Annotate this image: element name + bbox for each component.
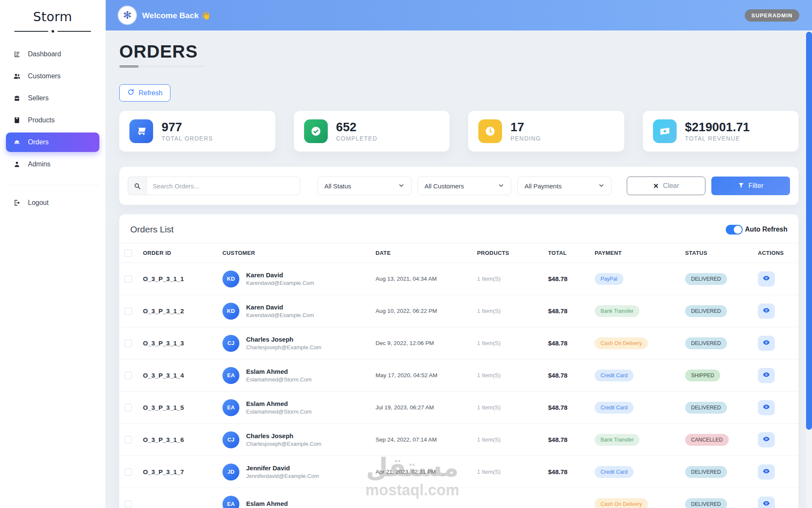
col-actions: ACTIONS — [758, 250, 793, 256]
refresh-label: Refresh — [139, 89, 162, 97]
clock-icon — [478, 119, 502, 143]
payment-badge: Credit Card — [595, 370, 634, 381]
clear-button[interactable]: ✕ Clear — [627, 177, 705, 195]
stat-value: 17 — [510, 121, 541, 134]
refresh-icon — [127, 88, 134, 97]
filter-label: Filter — [749, 182, 764, 190]
page-title: ORDERS — [119, 41, 204, 67]
customers-select[interactable]: All Customers — [417, 177, 512, 195]
sidebar-item-label: Products — [28, 116, 55, 124]
clear-label: Clear — [663, 182, 679, 190]
table-body: O_3_P_3_1_1 KD Karen David Karendavid@Ex… — [119, 263, 798, 508]
eye-icon — [763, 500, 770, 508]
sidebar-item-orders[interactable]: Orders — [6, 133, 99, 152]
check-icon — [304, 119, 328, 143]
main-content: ORDERS Refresh 977 TOTAL ORDERS 652 COMP… — [106, 30, 812, 508]
status-badge: DELIVERED — [685, 337, 727, 349]
order-id: O_3_P_3_1_3 — [143, 340, 222, 347]
payment-badge: Cash On Delivery — [595, 337, 648, 349]
payment-badge: Cash On Delivery — [595, 498, 648, 508]
view-order-button[interactable] — [758, 304, 775, 319]
order-products: 1 Item(S) — [477, 404, 548, 411]
row-checkbox[interactable] — [124, 372, 132, 379]
avatar: CJ — [222, 431, 239, 448]
eye-icon — [763, 467, 770, 476]
order-id: O_3_P_3_1_5 — [143, 404, 222, 411]
chevron-down-icon — [498, 182, 504, 190]
stat-value: 652 — [336, 121, 378, 134]
stat-card-completed: 652 COMPLETED — [294, 111, 450, 152]
status-badge: DELIVERED — [685, 273, 727, 285]
eye-icon — [763, 339, 770, 348]
refresh-button[interactable]: Refresh — [119, 84, 170, 102]
view-order-button[interactable] — [758, 432, 775, 447]
row-checkbox[interactable] — [124, 340, 132, 347]
stat-label: PENDING — [510, 135, 541, 142]
products-icon — [13, 116, 21, 124]
view-order-button[interactable] — [758, 271, 775, 287]
customer-email: Charlesjoseph@Example.Com — [246, 441, 321, 447]
scrollbar-track[interactable] — [806, 30, 812, 508]
stat-label: COMPLETED — [336, 135, 378, 142]
customer-name: Eslam Ahmed — [246, 368, 312, 375]
order-date: Sep 24, 2022, 07:14 AM — [376, 436, 477, 443]
customer-name: Karen David — [246, 271, 314, 279]
order-total: $48.78 — [548, 275, 595, 282]
order-date: May 17, 2020, 04:52 AM — [376, 372, 477, 378]
eye-icon — [763, 435, 770, 444]
table-row: O_3_P_3_1_7 JD Jennifer David Jenniferda… — [119, 456, 798, 488]
sidebar-item-sellers[interactable]: Sellers — [6, 88, 99, 108]
customers-select-value: All Customers — [425, 182, 464, 190]
row-checkbox[interactable] — [124, 436, 132, 444]
sidebar-item-admins[interactable]: Admins — [6, 155, 99, 174]
filter-button[interactable]: Filter — [711, 177, 790, 195]
row-checkbox[interactable] — [124, 468, 132, 476]
row-checkbox[interactable] — [124, 275, 132, 283]
sidebar-item-label: Customers — [28, 72, 60, 80]
row-checkbox[interactable] — [124, 500, 132, 508]
stat-label: TOTAL REVENUE — [685, 135, 750, 142]
admins-icon — [13, 160, 21, 168]
stat-label: TOTAL ORDERS — [162, 135, 213, 142]
status-badge: DELIVERED — [685, 402, 727, 414]
row-checkbox[interactable] — [124, 307, 132, 315]
customer-name: Charles Joseph — [246, 432, 321, 439]
view-order-button[interactable] — [758, 400, 775, 415]
eye-icon — [763, 371, 770, 380]
col-total: TOTAL — [548, 250, 595, 256]
view-order-button[interactable] — [758, 368, 775, 383]
auto-refresh-toggle[interactable] — [726, 225, 743, 235]
storm-emblem-icon: ✻ — [123, 9, 132, 21]
order-id: O_3_P_3_1_2 — [143, 307, 222, 315]
search-input[interactable] — [146, 177, 300, 195]
view-order-button[interactable] — [758, 336, 775, 351]
order-date: Aug 13, 2021, 04:34 AM — [376, 276, 477, 282]
eye-icon — [763, 403, 770, 412]
select-all-checkbox[interactable] — [124, 249, 132, 257]
customers-icon — [13, 72, 21, 80]
sidebar-item-customers[interactable]: Customers — [6, 66, 99, 86]
sidebar-item-dashboard[interactable]: Dashboard — [6, 44, 99, 64]
status-select[interactable]: All Status — [317, 177, 411, 195]
order-products: 1 Item(S) — [477, 372, 548, 378]
eye-icon — [763, 306, 770, 315]
customer-email: Karendavid@Example.Com — [246, 312, 314, 318]
sidebar-item-logout[interactable]: Logout — [6, 193, 99, 213]
sidebar-item-products[interactable]: Products — [6, 110, 99, 130]
auto-refresh-label: Auto Refresh — [745, 226, 787, 233]
avatar: EA — [222, 367, 239, 384]
order-id: O_3_P_3_1_4 — [143, 372, 222, 379]
scrollbar-thumb[interactable] — [806, 32, 812, 430]
view-order-button[interactable] — [758, 497, 775, 508]
avatar: KD — [222, 271, 239, 287]
customer-name: Karen David — [246, 304, 314, 311]
row-checkbox[interactable] — [124, 404, 132, 411]
customer-name: Jennifer David — [246, 464, 319, 472]
table-row: O_3_P_3_1_1 KD Karen David Karendavid@Ex… — [119, 263, 798, 295]
payments-select[interactable]: All Payments — [517, 177, 612, 195]
view-order-button[interactable] — [758, 464, 775, 480]
welcome-text: Welcome Back 👋 — [142, 11, 211, 20]
customer-email: Eslamahmed@Storm.Com — [246, 376, 312, 383]
order-products: 1 Item(S) — [477, 436, 548, 443]
order-total: $48.78 — [548, 468, 595, 475]
